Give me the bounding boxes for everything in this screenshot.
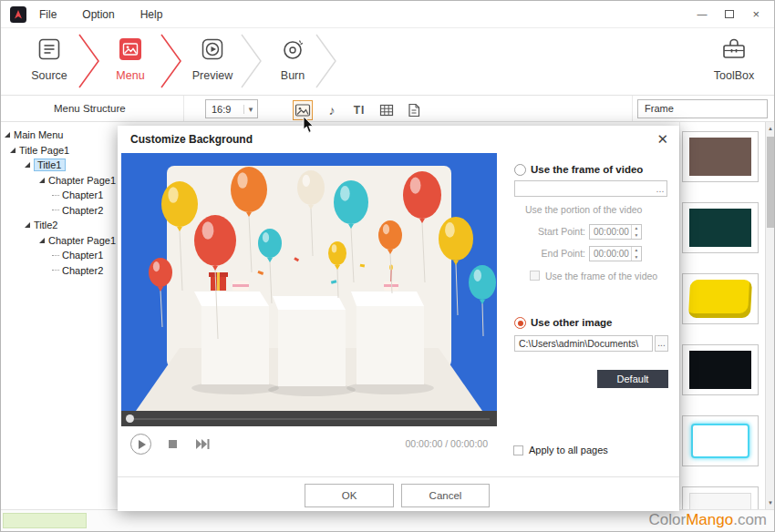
frame-grid-tool-button[interactable] [377,100,397,120]
tree-item-label: Main Menu [14,129,63,140]
spin-down-icon[interactable]: ▾ [632,232,641,240]
portion-label: Use the portion of the video [525,204,642,215]
start-point-spinner[interactable]: 00:00:00 ▴ ▾ [589,224,642,240]
frame-source-input[interactable]: ... [514,180,667,197]
aspect-ratio-value: 16:9 [206,104,243,115]
frame-thumbnail[interactable] [682,131,759,182]
brand-com-text: .com [733,511,767,528]
tree-expander-icon[interactable] [25,162,30,168]
tree-expander-icon[interactable] [39,238,45,243]
text-tool-button[interactable]: TI [349,100,369,120]
step-preview[interactable]: Preview [176,37,249,82]
play-button[interactable] [130,434,151,455]
burn-disc-icon [281,37,305,61]
step-source[interactable]: Source [13,37,86,82]
template-file-tool-button[interactable] [404,100,424,120]
music-tool-button[interactable]: ♪ [322,100,342,120]
spin-down-icon[interactable]: ▾ [632,254,641,261]
source-icon [37,37,61,61]
cancel-button[interactable]: Cancel [401,484,490,507]
menu-help[interactable]: Help [128,8,176,21]
tree-item-title-page1[interactable]: Title Page1 [1,143,119,159]
tree-item-title1[interactable]: Title1 [1,158,119,173]
close-window-icon[interactable]: × [752,8,760,20]
menubar: File Option Help — × [1,1,774,28]
frame-thumbnail[interactable] [682,415,759,466]
toolbox-icon [721,37,747,61]
frame-swatch [689,138,751,176]
frame-category-combobox[interactable]: Frame [637,99,768,118]
tree-connector [52,210,59,210]
toolbox-button[interactable]: ToolBox [696,37,772,82]
tree-item-chapter1-a[interactable]: Chapter1 [1,188,119,203]
aspect-ratio-dropdown[interactable]: 16:9 ▾ [205,99,258,118]
image-path-input[interactable]: C:\Users\admin\Documents\ [514,335,653,352]
frame-swatch [688,280,752,318]
menu-option[interactable]: Option [69,8,127,21]
skip-forward-button[interactable] [196,439,211,449]
minimize-icon[interactable]: — [697,9,707,19]
tree-item-label: Chapter Page1 [48,175,116,186]
file-icon [408,103,420,118]
frame-swatch [689,351,751,389]
use-frame-checkbox-label: Use the frame of the video [545,271,657,281]
frame-swatch [691,424,749,458]
frame-thumbnail[interactable] [682,273,759,324]
tree-expander-icon[interactable] [10,148,16,153]
frame-styles-panel [679,122,765,509]
scroll-up-icon[interactable]: ▲ [766,122,775,135]
menu-toolbar: Menu Structure 16:9 ▾ ♪ TI [1,96,774,122]
menu-structure-label: Menu Structure [54,96,126,122]
frame-of-video-label: Use the frame of video [531,164,643,175]
use-other-image-label: Use other image [531,317,612,328]
scrollbar-thumb[interactable] [767,137,774,228]
step-menu[interactable]: Menu [94,37,167,82]
tree-item-main-menu[interactable]: Main Menu [1,128,119,143]
tree-item-title2[interactable]: Title2 [1,218,119,233]
toolbox-label: ToolBox [696,69,772,82]
close-icon[interactable]: ✕ [656,131,668,148]
end-point-spinner[interactable]: 00:00:00 ▴ ▾ [589,246,642,261]
menu-file[interactable]: File [26,8,69,21]
tree-connector [52,270,59,271]
apply-all-pages-checkbox[interactable] [513,445,523,455]
video-scrubber[interactable] [121,411,497,426]
ok-button[interactable]: OK [305,484,394,507]
maximize-icon[interactable] [725,10,734,18]
start-point-label: Start Point: [516,226,585,237]
scrubber-handle[interactable] [126,414,134,423]
scroll-down-icon[interactable]: ▼ [766,496,775,509]
frame-thumbnail[interactable] [682,344,759,395]
frames-scrollbar[interactable]: ▲ ▼ [765,122,775,509]
customize-background-dialog: Customize Background ✕ [118,126,679,511]
spin-up-icon[interactable]: ▴ [632,247,641,254]
frame-thumbnail[interactable] [682,202,759,253]
time-display: 00:00:00 / 00:00:00 [406,438,489,449]
tree-expander-icon[interactable] [25,222,30,228]
tree-item-chapter-page1-b[interactable]: Chapter Page1 [1,233,119,249]
frame-thumbnail[interactable] [682,486,759,509]
menu-structure-tree: Main Menu Title Page1 Title1 Chapter Pag… [1,122,119,509]
default-button[interactable]: Default [597,370,668,388]
music-note-icon: ♪ [329,103,336,118]
use-frame-checkbox[interactable] [530,271,540,281]
stop-button[interactable] [169,440,177,448]
tree-item-chapter-page1-a[interactable]: Chapter Page1 [1,173,119,189]
tree-expander-icon[interactable] [39,178,45,183]
tree-item-label: Chapter2 [62,265,103,276]
browse-image-button[interactable]: ... [655,335,668,352]
status-bar: ColorMango.com [1,509,774,531]
playback-controls: 00:00:00 / 00:00:00 [121,426,497,463]
frame-of-video-radio[interactable] [514,164,526,176]
tree-expander-icon[interactable] [5,132,10,138]
tree-item-label: Chapter1 [62,250,103,261]
image-icon [294,103,311,118]
tree-item-chapter2-b[interactable]: Chapter2 [1,263,119,279]
browse-dots-icon[interactable]: ... [654,183,666,194]
tree-item-chapter1-b[interactable]: Chapter1 [1,248,119,263]
app-window: File Option Help — × Source [0,0,775,532]
use-other-image-radio[interactable] [514,317,526,329]
spin-up-icon[interactable]: ▴ [632,225,641,232]
step-menu-label: Menu [94,69,167,82]
tree-item-chapter2-a[interactable]: Chapter2 [1,203,119,219]
